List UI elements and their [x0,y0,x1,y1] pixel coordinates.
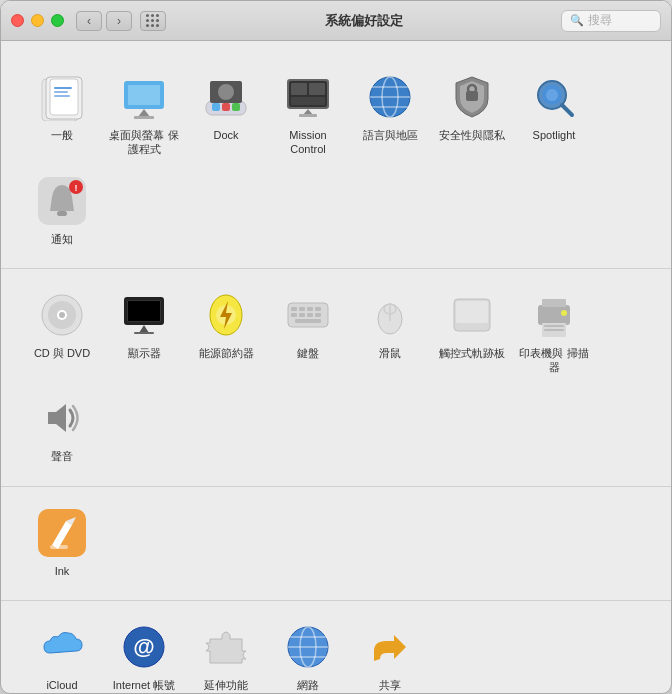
svg-rect-20 [291,97,325,105]
icon-icloud [36,621,88,673]
icon-item-display[interactable]: 顯示器 [103,279,185,383]
svg-rect-57 [307,313,313,317]
svg-rect-5 [54,95,70,97]
icon-label-language: 語言與地區 [363,128,418,142]
icon-spotlight [528,71,580,123]
icon-item-mouse[interactable]: 滑鼠 [349,279,431,383]
titlebar: ‹ › 系統偏好設定 🔍 搜尋 [1,1,671,41]
icon-item-network[interactable]: 網路 [267,611,349,693]
icon-sound [36,392,88,444]
icon-item-spotlight[interactable]: Spotlight [513,61,595,165]
back-button[interactable]: ‹ [76,11,102,31]
icon-item-sharing[interactable]: 共享 [349,611,431,693]
icon-item-trackpad[interactable]: 觸控式軌跡板 [431,279,513,383]
grid-view-button[interactable] [140,11,166,31]
svg-rect-4 [54,91,68,93]
icon-label-ink: Ink [55,564,70,578]
icon-sharing [364,621,416,673]
svg-rect-13 [212,103,220,111]
forward-button[interactable]: › [106,11,132,31]
icon-label-cddvd: CD 與 DVD [34,346,90,360]
icon-label-mission: Mission Control [273,128,343,157]
svg-rect-66 [542,299,566,307]
icon-label-sound: 聲音 [51,449,73,463]
svg-point-41 [59,312,65,318]
svg-rect-35 [57,211,67,216]
icon-item-security[interactable]: 安全性與隱私 [431,61,513,165]
svg-point-12 [218,84,234,100]
icon-internet: @ [118,621,170,673]
icon-label-security: 安全性與隱私 [439,128,505,142]
icon-item-sound[interactable]: 聲音 [21,382,103,471]
icon-label-extensions: 延伸功能 [204,678,248,692]
icon-label-sharing: 共享 [379,678,401,692]
svg-rect-64 [456,301,488,323]
icon-printer [528,289,580,341]
svg-rect-55 [291,313,297,317]
icon-item-dock[interactable]: Dock [185,61,267,165]
svg-rect-44 [128,301,160,321]
svg-rect-51 [291,307,297,311]
svg-rect-59 [295,319,321,323]
icon-item-general[interactable]: 一般 [21,61,103,165]
svg-rect-68 [544,325,564,327]
svg-point-33 [546,89,558,101]
icon-item-extensions[interactable]: 延伸功能 [185,611,267,693]
icon-label-energy: 能源節約器 [199,346,254,360]
icon-item-ink[interactable]: Ink [21,497,103,586]
icon-general [36,71,88,123]
section-internet: iCloud@Internet 帳號延伸功能網路共享 [1,601,671,693]
icon-label-internet: Internet 帳號 [113,678,175,692]
svg-rect-52 [299,307,305,311]
search-placeholder: 搜尋 [588,12,612,29]
svg-rect-53 [307,307,313,311]
icon-notif: ! [36,175,88,227]
icon-label-desktop: 桌面與螢幕 保護程式 [109,128,179,157]
svg-rect-56 [299,313,305,317]
close-button[interactable] [11,14,24,27]
section-hardware: CD 與 DVD顯示器能源節約器鍵盤滑鼠觸控式軌跡板印表機與 掃描器聲音 [1,269,671,487]
icon-item-printer[interactable]: 印表機與 掃描器 [513,279,595,383]
icon-label-general: 一般 [51,128,73,142]
icon-desktop [118,71,170,123]
svg-rect-3 [54,87,72,89]
maximize-button[interactable] [51,14,64,27]
svg-marker-45 [139,325,149,333]
search-icon: 🔍 [570,14,584,27]
svg-marker-8 [138,109,150,117]
icon-label-spotlight: Spotlight [533,128,576,142]
icon-dock [200,71,252,123]
icon-item-energy[interactable]: 能源節約器 [185,279,267,383]
icon-item-notif[interactable]: !通知 [21,165,103,254]
content-area: 一般桌面與螢幕 保護程式DockMission Control語言與地區安全性與… [1,41,671,693]
svg-rect-18 [291,83,307,95]
icon-grid-ink: Ink [21,497,651,586]
nav-buttons: ‹ › [76,11,132,31]
icon-label-dock: Dock [213,128,238,142]
icon-item-internet[interactable]: @Internet 帳號 [103,611,185,693]
icon-label-display: 顯示器 [128,346,161,360]
icon-item-language[interactable]: 語言與地區 [349,61,431,165]
svg-rect-73 [50,545,68,549]
icon-energy [200,289,252,341]
icon-label-keyboard: 鍵盤 [297,346,319,360]
svg-point-70 [561,310,567,316]
svg-rect-9 [134,116,154,119]
icon-item-cddvd[interactable]: CD 與 DVD [21,279,103,383]
icon-cddvd [36,289,88,341]
icon-item-icloud[interactable]: iCloud [21,611,103,693]
icon-grid-personal: 一般桌面與螢幕 保護程式DockMission Control語言與地區安全性與… [21,61,651,254]
icon-label-mouse: 滑鼠 [379,346,401,360]
icon-label-notif: 通知 [51,232,73,246]
icon-item-desktop[interactable]: 桌面與螢幕 保護程式 [103,61,185,165]
minimize-button[interactable] [31,14,44,27]
search-box[interactable]: 🔍 搜尋 [561,10,661,32]
icon-label-icloud: iCloud [46,678,77,692]
icon-extensions [200,621,252,673]
svg-text:!: ! [75,183,78,193]
svg-rect-54 [315,307,321,311]
svg-rect-22 [299,114,317,117]
icon-item-keyboard[interactable]: 鍵盤 [267,279,349,383]
icon-item-mission[interactable]: Mission Control [267,61,349,165]
icon-label-network: 網路 [297,678,319,692]
